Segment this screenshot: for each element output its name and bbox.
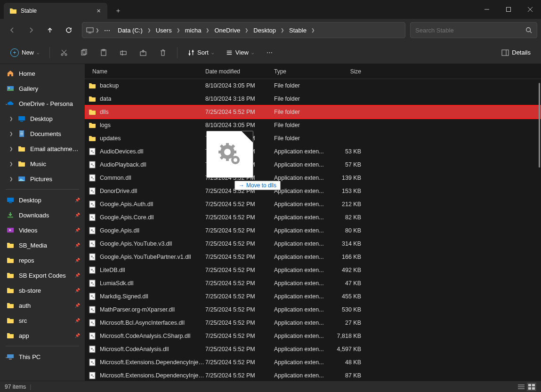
maximize-button[interactable] — [498, 0, 519, 19]
breadcrumb-path[interactable]: ❯ ⋯ Data (C:) ❯ Users ❯ micha ❯ OneDrive… — [82, 22, 405, 38]
navigation-sidebar[interactable]: HomeGallery ⌄ OneDrive - Persona ❯Deskto… — [0, 64, 85, 381]
svg-rect-32 — [121, 51, 126, 55]
sidebar-item[interactable]: Gallery — [0, 81, 85, 96]
file-row[interactable]: updates7/25/2024 5:52 PMFile folder — [85, 132, 541, 145]
file-row[interactable]: LumiaSdk.dll7/25/2024 5:52 PMApplication… — [85, 277, 541, 290]
close-window-button[interactable] — [519, 0, 541, 19]
file-row[interactable]: Google.Apis.Auth.dll7/25/2024 5:52 PMApp… — [85, 198, 541, 211]
forward-button[interactable] — [23, 22, 40, 39]
sidebar-item-onedrive[interactable]: ⌄ OneDrive - Persona — [0, 96, 85, 111]
cut-button[interactable] — [56, 45, 73, 61]
file-row[interactable]: Google.Apis.YouTubePartner.v1.dll7/25/20… — [85, 250, 541, 264]
chevron-right-icon[interactable]: ❯ — [9, 131, 13, 136]
column-header-size[interactable]: Size — [329, 68, 366, 75]
file-row[interactable]: Google.Apis.Core.dll7/25/2024 5:52 PMApp… — [85, 211, 541, 224]
search-icon[interactable] — [525, 27, 532, 33]
file-row[interactable]: Common.dll7/25/2024 5:52 PMApplication e… — [85, 171, 541, 184]
path-segment[interactable]: OneDrive — [211, 26, 243, 35]
file-row[interactable]: dlls7/25/2024 5:52 PMFile folder — [85, 105, 541, 119]
file-row[interactable]: logs8/10/2024 3:05 PMFile folder — [85, 119, 541, 132]
sidebar-item[interactable]: SB_Media📌 — [0, 238, 85, 253]
sidebar-item[interactable]: Desktop📌 — [0, 192, 85, 208]
more-button[interactable]: ⋯ — [261, 45, 278, 61]
file-row[interactable]: Microsoft.CodeAnalysis.dll7/25/2024 5:52… — [85, 343, 541, 356]
sidebar-item[interactable]: ❯Pictures — [0, 171, 85, 186]
file-row[interactable]: AudioPlayback.dll7/25/2024 5:52 PMApplic… — [85, 158, 541, 171]
sidebar-item[interactable]: ❯Music — [0, 156, 85, 171]
column-header-date[interactable]: Date modified — [205, 68, 274, 75]
copy-button[interactable] — [75, 45, 92, 61]
share-button[interactable] — [135, 45, 152, 61]
file-row[interactable]: Microsoft.Extensions.DependencyInjecti..… — [85, 369, 541, 381]
file-row[interactable]: AudioDevices.dll7/25/2024 5:52 PMApplica… — [85, 145, 541, 158]
chevron-down-icon[interactable]: ⌄ — [5, 354, 8, 359]
chevron-right-icon[interactable]: ❯ — [245, 28, 249, 32]
add-tab-button[interactable]: ＋ — [110, 3, 126, 19]
details-pane-button[interactable]: Details — [497, 45, 535, 61]
chevron-right-icon[interactable]: ❯ — [9, 161, 13, 166]
file-row[interactable]: LiteDB.dll7/25/2024 5:52 PMApplication e… — [85, 264, 541, 277]
sidebar-item[interactable]: src📌 — [0, 313, 85, 328]
path-segment[interactable]: micha — [182, 26, 204, 35]
path-segment[interactable]: Users — [153, 26, 175, 35]
back-button[interactable] — [4, 22, 21, 39]
file-row[interactable]: Google.Apis.dll7/25/2024 5:52 PMApplicat… — [85, 224, 541, 237]
file-row[interactable]: backup8/10/2024 3:05 PMFile folder — [85, 79, 541, 92]
chevron-right-icon[interactable]: ❯ — [96, 28, 99, 32]
up-button[interactable] — [41, 22, 58, 39]
chevron-right-icon[interactable]: ❯ — [9, 116, 13, 121]
chevron-right-icon[interactable]: ❯ — [206, 28, 210, 32]
sidebar-item[interactable]: Videos📌 — [0, 223, 85, 238]
file-row[interactable]: Microsoft.Extensions.DependencyInjecti..… — [85, 356, 541, 369]
tab-close-button[interactable]: ✕ — [95, 8, 102, 14]
column-header-type[interactable]: Type — [274, 68, 329, 75]
delete-button[interactable] — [154, 45, 171, 61]
view-list-button[interactable] — [517, 383, 526, 391]
chevron-right-icon[interactable]: ❯ — [311, 28, 315, 32]
chevron-right-icon[interactable]: ❯ — [9, 176, 13, 181]
chevron-right-icon[interactable]: ❯ — [9, 146, 13, 151]
sidebar-item[interactable]: SB Export Codes📌 — [0, 268, 85, 283]
file-row[interactable]: Markdig.Signed.dll7/25/2024 5:52 PMAppli… — [85, 290, 541, 303]
sort-button[interactable]: Sort ⌵ — [183, 45, 218, 61]
file-row[interactable]: MathParser.org-mXparser.dll7/25/2024 5:5… — [85, 303, 541, 316]
new-button[interactable]: + New ⌵ — [6, 45, 44, 61]
chevron-down-icon: ⌵ — [211, 50, 214, 55]
search-box[interactable] — [410, 22, 537, 38]
path-segment[interactable]: Data (C:) — [115, 26, 145, 35]
file-row[interactable]: Microsoft.Bcl.AsyncInterfaces.dll7/25/20… — [85, 316, 541, 329]
sidebar-item[interactable]: repos📌 — [0, 253, 85, 268]
sidebar-item[interactable]: app📌 — [0, 328, 85, 343]
sidebar-item[interactable]: Home — [0, 66, 85, 81]
sidebar-item[interactable]: ❯Desktop — [0, 111, 85, 126]
sidebar-item-this-pc[interactable]: ⌄ This PC — [0, 349, 85, 364]
chevron-right-icon[interactable]: ❯ — [281, 28, 284, 32]
path-more[interactable]: ⋯ — [101, 26, 113, 35]
view-button[interactable]: View ⌵ — [221, 45, 258, 61]
chevron-down-icon[interactable]: ⌄ — [5, 101, 8, 106]
file-row[interactable]: data8/10/2024 3:18 PMFile folder — [85, 92, 541, 105]
sidebar-item[interactable]: sb-store📌 — [0, 283, 85, 298]
rename-button[interactable] — [115, 45, 132, 61]
refresh-button[interactable] — [60, 22, 77, 39]
paste-button[interactable] — [95, 45, 112, 61]
minimize-button[interactable] — [476, 0, 498, 19]
sidebar-item-label: Documents — [30, 130, 61, 137]
chevron-right-icon[interactable]: ❯ — [177, 28, 180, 32]
view-details-button[interactable] — [527, 383, 536, 391]
window-tab[interactable]: Stable ✕ — [4, 3, 107, 19]
sidebar-item[interactable]: ❯Email attachments — [0, 141, 85, 156]
sidebar-item[interactable]: auth📌 — [0, 298, 85, 313]
scrollbar-thumb[interactable] — [539, 83, 540, 168]
column-header-name[interactable]: Name — [85, 68, 205, 75]
sidebar-item[interactable]: ❯Documents — [0, 126, 85, 141]
search-input[interactable] — [415, 27, 525, 34]
chevron-right-icon[interactable]: ❯ — [147, 28, 151, 32]
path-segment[interactable]: Desktop — [250, 26, 279, 35]
file-row[interactable]: Microsoft.CodeAnalysis.CSharp.dll7/25/20… — [85, 329, 541, 343]
sidebar-item[interactable]: Downloads📌 — [0, 208, 85, 223]
file-row[interactable]: DonorDrive.dll7/25/2024 5:52 PMApplicati… — [85, 184, 541, 198]
file-row[interactable]: Google.Apis.YouTube.v3.dll7/25/2024 5:52… — [85, 237, 541, 250]
file-list-body[interactable]: backup8/10/2024 3:05 PMFile folderdata8/… — [85, 79, 541, 381]
path-segment[interactable]: Stable — [286, 26, 309, 35]
